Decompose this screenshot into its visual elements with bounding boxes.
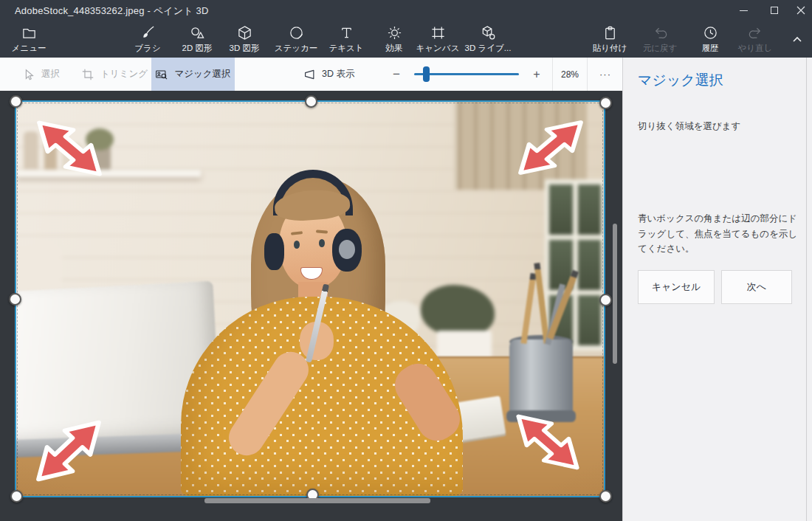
paste-icon [602, 25, 618, 41]
select-tool-label: 選択 [41, 68, 60, 80]
toolbar-undo-label: 元に戻す [643, 43, 678, 54]
selection-handle-bottom-left[interactable] [10, 490, 23, 503]
selection-handle-bottom-right[interactable] [599, 490, 612, 503]
brush-icon [140, 25, 156, 41]
titlebar: AdobeStock_448353262.jpeg - ペイント 3D [0, 0, 812, 21]
toolbar-text-label: テキスト [328, 43, 363, 54]
more-options-button[interactable]: ··· [590, 58, 621, 91]
selection-handle-middle-right[interactable] [599, 294, 612, 306]
zoom-in-button[interactable]: + [526, 58, 547, 91]
toolbar-2d-shapes-label: 2D 図形 [182, 43, 213, 54]
toolbar-menu-button[interactable]: メニュー [4, 23, 53, 57]
maximize-icon [771, 7, 778, 14]
panel-instruction: 青いボックスの角または辺の部分にドラッグして、焦点を当てるものを示してください。 [638, 211, 797, 257]
3d-view-icon [303, 68, 316, 81]
menu-folder-icon [21, 25, 37, 41]
toolbar-2d-shapes-button[interactable]: 2D 図形 [173, 23, 221, 57]
3d-library-icon [481, 25, 496, 41]
zoom-out-button[interactable]: − [387, 58, 406, 91]
toolbar-text-button[interactable]: テキスト [322, 23, 371, 57]
selection-handle-top-center[interactable] [305, 95, 317, 108]
vertical-scrollbar[interactable] [613, 224, 617, 364]
canvas-area [0, 91, 622, 521]
collapse-ribbon-button[interactable] [785, 31, 809, 49]
cancel-button[interactable]: キャンセル [638, 270, 715, 304]
toolbar-3d-library-button[interactable]: 3D ライブ... [464, 23, 512, 57]
toolbar-sticker-button[interactable]: ステッカー [272, 23, 320, 57]
panel-subtitle: 切り抜く領域を選びます [638, 120, 797, 133]
resize-hint-arrow-top-left [19, 106, 120, 191]
toolbar-brush-button[interactable]: ブラシ [123, 23, 172, 57]
toolbar-3d-shapes-button[interactable]: 3D 図形 [220, 23, 269, 57]
crop-icon [81, 68, 94, 81]
resize-hint-arrow-bottom-right [499, 399, 596, 485]
cursor-icon [22, 68, 35, 81]
minimize-icon [740, 10, 748, 11]
3d-shapes-icon [237, 25, 252, 41]
close-button[interactable] [789, 0, 812, 21]
selection-toolbar: 選択 トリミング マジック選択 3D 表示 − + 28% ··· [0, 58, 622, 91]
crop-tool-label: トリミング [100, 68, 148, 80]
toolbar-sticker-label: ステッカー [275, 43, 318, 54]
3d-view-button[interactable]: 3D 表示 [297, 58, 360, 91]
zoom-slider-thumb[interactable] [423, 66, 430, 82]
resize-hint-arrow-bottom-left [18, 404, 119, 498]
toolbar-undo-button[interactable]: 元に戻す [636, 23, 684, 57]
toolbar-paste-button[interactable]: 貼り付け [585, 23, 634, 57]
resize-hint-arrow-top-right [500, 106, 601, 190]
toolbar-effects-label: 効果 [386, 43, 403, 54]
undo-icon [653, 25, 668, 41]
zoom-slider-track[interactable] [414, 73, 519, 75]
toolbar-brush-label: ブラシ [134, 43, 160, 54]
horizontal-scrollbar[interactable] [204, 498, 430, 503]
toolbar-redo-label: やり直し [738, 43, 773, 54]
toolbar-3d-library-label: 3D ライブ... [465, 43, 512, 54]
toolbar-menu-label: メニュー [12, 43, 47, 54]
selection-handle-top-right[interactable] [599, 97, 612, 109]
toolbar-canvas-label: キャンバス [416, 43, 460, 54]
history-icon [703, 25, 718, 41]
toolbar-history-label: 履歴 [702, 43, 719, 54]
maximize-button[interactable] [759, 0, 789, 21]
magic-select-label: マジック選択 [174, 68, 230, 80]
2d-shapes-icon [190, 25, 205, 41]
selection-handle-middle-left[interactable] [9, 293, 21, 306]
paint3d-window: AdobeStock_448353262.jpeg - ペイント 3D メニュー… [0, 0, 812, 521]
toolbar-history-button[interactable]: 履歴 [686, 23, 734, 57]
chevron-up-icon [791, 34, 803, 46]
top-toolbar: メニュー ブラシ 2D 図形 3D 図形 ステッカー テキスト 効果 キャンバ [0, 21, 812, 58]
zoom-level-display: 28% [552, 58, 588, 91]
redo-icon [748, 25, 763, 41]
magic-select-button[interactable]: マジック選択 [151, 58, 235, 91]
sticker-icon [289, 25, 304, 41]
minimize-button[interactable] [729, 0, 759, 21]
toolbar-effects-button[interactable]: 効果 [370, 23, 419, 57]
effects-icon [387, 25, 402, 41]
select-tool-button[interactable]: 選択 [16, 58, 66, 91]
toolbar-paste-label: 貼り付け [593, 43, 627, 54]
text-icon [339, 25, 354, 41]
3d-view-label: 3D 表示 [322, 68, 354, 80]
toolbar-redo-button[interactable]: やり直し [731, 23, 780, 57]
selection-handle-top-left[interactable] [10, 95, 22, 108]
window-title: AdobeStock_448353262.jpeg - ペイント 3D [15, 4, 209, 18]
magic-select-icon [155, 68, 168, 81]
panel-scrollbar-track [806, 58, 807, 521]
next-button[interactable]: 次へ [721, 270, 792, 304]
toolbar-canvas-button[interactable]: キャンバス [413, 23, 462, 57]
canvas-icon [430, 25, 446, 41]
toolbar-3d-shapes-label: 3D 図形 [230, 43, 260, 54]
magic-select-panel: マジック選択 切り抜く領域を選びます 青いボックスの角または辺の部分にドラッグし… [622, 58, 812, 521]
close-icon [796, 6, 805, 15]
panel-title: マジック選択 [638, 71, 797, 90]
crop-tool-button[interactable]: トリミング [75, 58, 154, 91]
